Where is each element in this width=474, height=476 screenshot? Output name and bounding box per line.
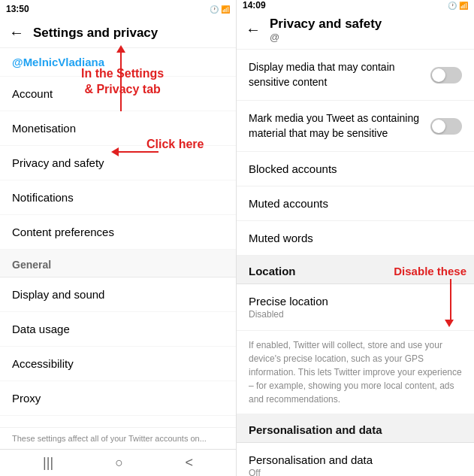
right-signal-icon: 📶	[459, 2, 468, 10]
monetisation-menu-item[interactable]: Monetisation	[0, 111, 236, 146]
right-panel: 14:09 🕐 📶 ← Privacy and safety @ Display…	[237, 0, 474, 476]
annotation-disable-arrow	[445, 279, 466, 327]
display-sound-menu-item[interactable]: Display and sound	[0, 277, 236, 312]
sensitive-content-toggle[interactable]	[430, 67, 462, 83]
right-clock-icon: 🕐	[448, 2, 457, 10]
content-preferences-menu-item[interactable]: Content preferences	[0, 215, 236, 250]
left-bottom-nav: ||| ○ <	[0, 449, 236, 476]
blocked-accounts-item[interactable]: Blocked accounts	[237, 152, 474, 186]
right-time: 14:09	[243, 0, 266, 11]
annotation-arrow-up	[116, 45, 125, 111]
location-description: If enabled, Twitter will collect, store …	[237, 331, 474, 414]
left-nav-menu-icon[interactable]: |||	[43, 455, 53, 471]
clock-icon: 🕐	[210, 5, 219, 14]
right-status-bar: 14:09 🕐 📶	[237, 0, 474, 11]
mark-sensitive-toggle[interactable]	[430, 118, 462, 135]
left-footer-text: These settings affect all of your Twitte…	[0, 427, 236, 449]
right-header: ← Privacy and safety @	[237, 11, 474, 50]
left-status-icons: 🕐 📶	[210, 5, 230, 14]
left-status-bar: 13:50 🕐 📶	[0, 0, 236, 18]
arrow-line-down	[450, 279, 451, 320]
annotation-click-arrow	[111, 147, 159, 156]
annotation-disable-text: Disable these	[394, 265, 466, 277]
accessibility-menu-item[interactable]: Accessibility	[0, 347, 236, 381]
mark-sensitive-toggle-item[interactable]: Mark media you Tweet as containing mater…	[237, 101, 474, 152]
right-page-title: Privacy and safety	[270, 17, 382, 32]
personalisation-section-header: Personalisation and data	[237, 414, 474, 443]
proxy-menu-item[interactable]: Proxy	[0, 381, 236, 416]
left-time: 13:50	[6, 4, 29, 14]
left-header: ← Settings and privacy	[0, 18, 236, 48]
about-twitter-menu-item[interactable]: About Twitter	[0, 416, 236, 427]
annotation-disable-container: Disable these	[394, 265, 466, 327]
right-page-subtitle: @	[270, 32, 382, 43]
sensitive-content-label: Display media that may contain sensitive…	[249, 60, 430, 89]
arrow-line-horizontal	[117, 151, 159, 153]
personalisation-data-item[interactable]: Personalisation and data Off	[237, 443, 474, 476]
mark-sensitive-label: Mark media you Tweet as containing mater…	[249, 111, 430, 141]
right-back-button[interactable]: ←	[246, 21, 261, 38]
left-panel: 13:50 🕐 📶 ← Settings and privacy In the …	[0, 0, 237, 476]
notifications-menu-item[interactable]: Notifications	[0, 180, 236, 215]
data-usage-menu-item[interactable]: Data usage	[0, 312, 236, 347]
left-page-title: Settings and privacy	[33, 26, 158, 41]
arrow-head-down-icon	[445, 320, 454, 327]
sensitive-content-toggle-item[interactable]: Display media that may contain sensitive…	[237, 50, 474, 101]
signal-icon: 📶	[221, 5, 230, 14]
general-section-header: General	[0, 250, 236, 277]
muted-words-item[interactable]: Muted words	[237, 221, 474, 256]
left-nav-back-icon[interactable]: <	[185, 455, 193, 471]
left-nav-home-icon[interactable]: ○	[115, 455, 123, 471]
personalisation-data-label: Personalisation and data	[249, 453, 373, 466]
personalisation-data-subtitle: Off	[249, 468, 462, 476]
left-back-button[interactable]: ←	[9, 24, 24, 41]
right-status-icons: 🕐 📶	[448, 2, 468, 10]
arrow-line-vertical	[120, 51, 122, 111]
muted-accounts-item[interactable]: Muted accounts	[237, 186, 474, 221]
precise-location-label: Precise location	[249, 295, 328, 308]
